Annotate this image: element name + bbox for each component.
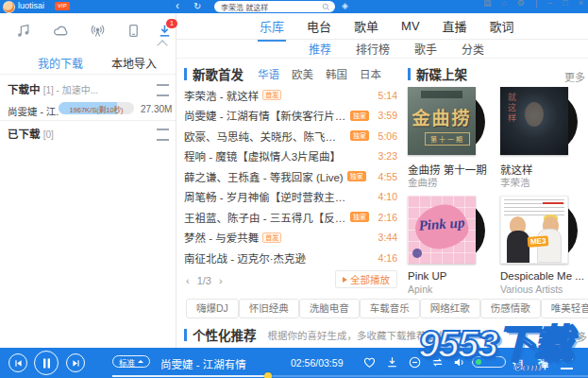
search-input[interactable] xyxy=(221,1,317,12)
tab-local-import[interactable]: 本地导入 xyxy=(111,55,157,71)
lyrics-toggle[interactable]: 词 xyxy=(512,356,523,371)
favorite-icon[interactable] xyxy=(362,355,378,370)
album-artist[interactable]: Various Artists xyxy=(500,284,585,295)
tab-my-download[interactable]: 我的下载 xyxy=(38,55,83,71)
album-name[interactable]: Pink UP xyxy=(408,270,493,282)
playlist-icon[interactable] xyxy=(561,358,573,369)
progress-knob[interactable] xyxy=(264,372,272,378)
avatar[interactable] xyxy=(3,1,15,13)
download-icon[interactable] xyxy=(385,355,400,370)
desktop-lyric-toggle[interactable]: 弹 xyxy=(538,356,548,371)
personalized-more-link[interactable]: 更多 xyxy=(566,329,587,344)
album-cover[interactable]: ME3 xyxy=(500,196,568,264)
page-indicator: 1/3 xyxy=(197,275,211,286)
tab-live[interactable]: 直播 xyxy=(443,17,467,35)
pause-button[interactable] xyxy=(34,351,59,375)
song-row[interactable]: 李荣浩 - 就这样首发5:14 xyxy=(184,85,397,106)
song-row[interactable]: 周笔畅 - 岁月神偷【逆时营救主题曲】4:10 xyxy=(184,187,397,208)
download-speed: 1967K/S(剩10秒) xyxy=(59,104,134,114)
device-icon[interactable] xyxy=(126,23,143,40)
song-row[interactable]: 梦然 - 与爱共舞首发3:44 xyxy=(184,228,397,249)
accent-bar xyxy=(184,68,187,80)
tab-radio[interactable]: 电台 xyxy=(307,17,331,35)
downloaded-menu-icon[interactable] xyxy=(157,129,169,141)
page-prev[interactable]: ‹ xyxy=(186,275,190,286)
song-row[interactable]: 王祖蓝、陈子由 - 三五得几【反转...独家2:16 xyxy=(184,207,397,228)
play-icon xyxy=(343,277,347,283)
play-mode-icon[interactable] xyxy=(430,355,445,370)
minimize-icon[interactable]: – xyxy=(547,0,552,8)
settings-icon[interactable]: ⚙ xyxy=(517,0,525,8)
subtab-categories[interactable]: 分类 xyxy=(462,41,484,57)
album-artist[interactable]: Apink xyxy=(408,284,493,295)
delete-icon[interactable] xyxy=(408,355,423,370)
album-artist[interactable]: 金曲捞 xyxy=(408,175,493,189)
tab-playlists[interactable]: 歌单 xyxy=(354,17,378,35)
music-library-icon[interactable] xyxy=(15,23,32,40)
new-albums-header: 新碟上架 xyxy=(408,66,467,81)
category-pill[interactable]: 网络红歌 xyxy=(420,299,480,318)
back-icon[interactable]: ‹ xyxy=(176,0,179,12)
category-pill[interactable]: 怀旧经典 xyxy=(239,299,299,318)
category-pill[interactable]: 唯美轻音乐 xyxy=(541,299,588,318)
cloud-icon[interactable] xyxy=(53,23,70,40)
close-icon[interactable]: × xyxy=(579,0,583,8)
subtab-artists[interactable]: 歌手 xyxy=(414,41,437,57)
albums-more-link[interactable]: 更多 xyxy=(564,69,585,84)
subtab-recommend[interactable]: 推荐 xyxy=(309,41,331,57)
album-cover[interactable]: 金曲捞 第十一期 xyxy=(408,87,476,155)
tab-lyrics[interactable]: 歌词 xyxy=(490,17,514,35)
song-row[interactable]: 尚雯婕 - 江湖有情【新侠客行片尾...独家3:59 xyxy=(184,106,397,127)
download-item-name[interactable]: 尚雯婕 - 江... xyxy=(8,104,59,118)
volume-icon[interactable] xyxy=(452,355,467,370)
album-card[interactable]: 金曲捞 第十一期 金曲捞 第十一期 金曲捞 xyxy=(408,87,493,191)
lang-tab-japanese[interactable]: 日本 xyxy=(360,66,381,81)
radio-icon[interactable] xyxy=(90,23,107,40)
lang-tab-korean[interactable]: 韩国 xyxy=(326,66,347,81)
tab-mv[interactable]: MV xyxy=(401,19,420,33)
refresh-icon[interactable]: ↻ xyxy=(193,0,201,12)
category-pill[interactable]: 嗨爆DJ xyxy=(186,299,239,318)
category-pill[interactable]: 洗脑电音 xyxy=(299,299,360,318)
next-button[interactable] xyxy=(66,353,85,372)
song-row[interactable]: 薛之谦、王栎鑫 - 等我回家 (Live)独家4:55 xyxy=(184,166,397,187)
previous-button[interactable] xyxy=(8,353,27,372)
song-row[interactable]: 南征北战 - 迈克尔·杰克逊4:16 xyxy=(184,248,397,268)
search-box[interactable] xyxy=(214,1,335,12)
caret-up-icon xyxy=(138,360,143,363)
skin-icon[interactable]: ⌂ xyxy=(501,0,506,8)
app-window: luotisai VIP ‹ ↻ ◈ ▤ ⌂ ⚙ | – □ × xyxy=(0,0,588,378)
category-pills: 嗨爆DJ 怀旧经典 洗脑电音 车载音乐 网络红歌 伤感情歌 唯美轻音乐 xyxy=(186,299,585,318)
album-cover[interactable]: 就这样 xyxy=(500,87,568,155)
song-badge: 独家 xyxy=(350,111,369,121)
username[interactable]: luotisai xyxy=(18,1,44,10)
album-card[interactable]: ME3 Despicable Me ... Various Artists xyxy=(500,196,585,300)
maximize-icon[interactable]: □ xyxy=(563,0,567,8)
play-all-button[interactable]: 全部播放 xyxy=(335,270,397,288)
album-name[interactable]: Despicable Me ... xyxy=(500,270,585,282)
song-row[interactable]: 程响 - 魔镜【虚拟情人3片尾曲】3:23 xyxy=(184,146,397,167)
category-pill[interactable]: 伤感情歌 xyxy=(480,299,541,318)
category-pill[interactable]: 车载音乐 xyxy=(360,299,420,318)
identify-song-icon[interactable]: ◈ xyxy=(342,1,348,10)
album-card[interactable]: Pink up Pink UP Apink xyxy=(408,196,493,300)
sub-nav: 推荐 排行榜 歌手 分类 xyxy=(176,40,588,59)
progress-track[interactable] xyxy=(112,375,588,377)
mini-mode-icon[interactable]: ▤ xyxy=(483,0,492,8)
song-row[interactable]: 欧豪、马思纯、关晓彤、陈飞宇、...独家5:06 xyxy=(184,126,397,146)
lang-tab-western[interactable]: 欧美 xyxy=(292,66,313,81)
now-playing-title[interactable]: 尚雯婕 - 江湖有情 xyxy=(160,356,246,371)
vip-badge: VIP xyxy=(55,2,70,10)
playback-time: 02:56/03:59 xyxy=(291,357,343,369)
downloading-menu-icon[interactable] xyxy=(157,84,169,96)
album-card[interactable]: 就这样 就这样 李荣浩 xyxy=(500,87,585,191)
page-next[interactable]: › xyxy=(219,275,223,286)
lang-tab-chinese[interactable]: 华语 xyxy=(258,66,279,81)
album-artist[interactable]: 李荣浩 xyxy=(500,175,585,189)
album-cover[interactable]: Pink up xyxy=(408,196,476,264)
tab-music-library[interactable]: 乐库 xyxy=(260,17,284,35)
search-icon[interactable] xyxy=(322,3,330,11)
subtab-rank[interactable]: 排行榜 xyxy=(356,41,390,57)
quality-selector[interactable]: 标准 xyxy=(112,355,150,368)
volume-slider[interactable] xyxy=(472,356,506,368)
